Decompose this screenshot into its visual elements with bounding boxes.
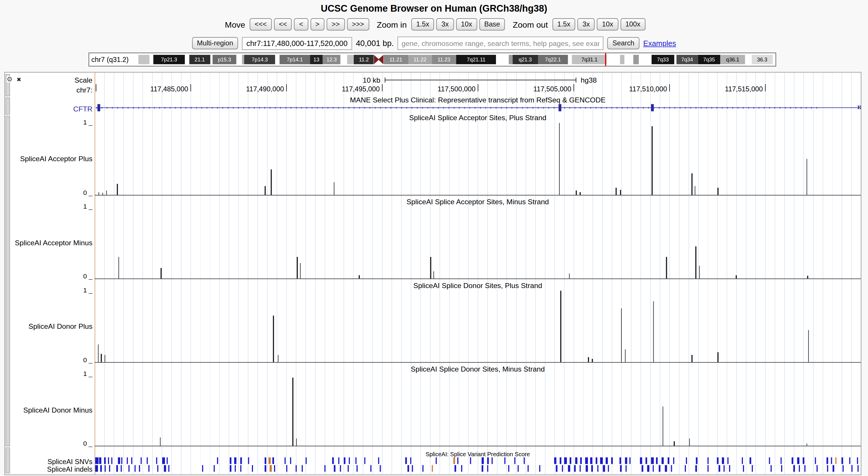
variant-tick xyxy=(344,457,345,464)
gene-exon xyxy=(97,104,100,112)
zoom-out-10x-button[interactable]: 10x xyxy=(597,18,618,31)
ideogram-band: 11.23 xyxy=(432,55,456,64)
signal-bar xyxy=(699,266,700,278)
track-handle-spliceai[interactable] xyxy=(5,116,10,446)
variant-tick xyxy=(646,457,647,464)
variant-tick xyxy=(752,465,753,472)
assembly-label: hg38 xyxy=(581,76,597,84)
variant-tick xyxy=(99,457,101,464)
zoom-out-1-5x-button[interactable]: 1.5x xyxy=(552,18,576,31)
variant-tick xyxy=(620,457,621,464)
signal-bar xyxy=(691,355,692,362)
track-side-label[interactable]: SpliceAI Acceptor Minus xyxy=(5,239,93,247)
examples-link[interactable]: Examples xyxy=(643,39,676,48)
signal-bar xyxy=(292,378,293,446)
variant-tick xyxy=(718,465,720,472)
variant-tick xyxy=(269,457,271,464)
variant-tick xyxy=(564,457,567,464)
gene-model[interactable]: ››››››››››››››››››››››››››››››››››››››››… xyxy=(96,104,860,112)
chromosome-ideogram[interactable]: chr7 (q31.2) 7p21.321.1p15.37p14.37p14.1… xyxy=(88,53,776,67)
move-left-button[interactable]: << xyxy=(274,18,292,31)
genome-browser-image[interactable]: ⚙ ✖ Scale 10 kb hg38 chr7: 117,485,00011… xyxy=(4,72,861,475)
coordinate-label: 117,505,000 xyxy=(515,85,571,93)
variant-tick xyxy=(647,465,649,472)
variant-tick xyxy=(229,457,231,464)
variant-tick xyxy=(620,465,622,472)
signal-bar xyxy=(273,316,274,362)
variant-tick xyxy=(625,457,627,464)
variant-tick xyxy=(112,457,113,464)
variant-tick xyxy=(575,457,578,464)
axis-max-label: 1 _ xyxy=(5,370,93,378)
ideogram-band xyxy=(149,55,153,64)
close-icon[interactable]: ✖ xyxy=(17,77,21,83)
move-far-left-button[interactable]: <<< xyxy=(250,18,272,31)
ideogram-band xyxy=(276,55,280,64)
ideogram-band: 11.2 xyxy=(354,55,374,64)
zoom-out-3x-button[interactable]: 3x xyxy=(578,18,595,31)
signal-bar xyxy=(105,355,105,362)
variant-tick xyxy=(656,457,658,464)
track-side-label[interactable]: SpliceAI Acceptor Plus xyxy=(5,154,93,163)
variant-tick xyxy=(492,457,493,464)
variant-tick xyxy=(109,465,110,472)
search-input[interactable] xyxy=(398,37,603,50)
ruler-tick xyxy=(574,84,574,91)
signal-bar xyxy=(271,169,272,195)
variant-tick xyxy=(157,465,158,472)
ideogram-band: 36.3 xyxy=(752,55,773,64)
ideogram-band: 7q21.11 xyxy=(456,55,496,64)
search-button[interactable]: Search xyxy=(608,37,639,50)
ideogram-bands: 7p21.321.1p15.37p14.37p14.11312.311.211.… xyxy=(135,55,773,64)
signal-bar xyxy=(359,275,360,278)
variant-tick xyxy=(240,465,242,472)
variant-tick xyxy=(122,457,123,464)
signal-bar xyxy=(807,276,808,279)
variant-tick xyxy=(461,465,462,472)
gear-icon[interactable]: ⚙ xyxy=(7,76,12,83)
region-start-line xyxy=(95,72,95,475)
track-side-label[interactable]: SpliceAI Donor Minus xyxy=(5,406,93,414)
zoom-in-1-5x-button[interactable]: 1.5x xyxy=(411,18,434,31)
zoom-in-3x-button[interactable]: 3x xyxy=(436,18,454,31)
ideogram-band: 7q31.1 xyxy=(572,55,607,64)
variant-tick xyxy=(482,465,484,472)
variant-tick xyxy=(600,457,603,464)
variant-tick xyxy=(156,457,157,464)
position-box[interactable]: chr7:117,480,000-117,520,000 xyxy=(242,37,352,50)
gene-label[interactable]: CFTR xyxy=(5,105,93,113)
move-left-small-button[interactable]: < xyxy=(294,18,308,31)
zoom-in-10x-button[interactable]: 10x xyxy=(456,18,477,31)
ideogram-band: 7q33 xyxy=(651,55,674,64)
multi-region-button[interactable]: Multi-region xyxy=(192,37,238,50)
variant-tick xyxy=(252,465,253,472)
variant-tick xyxy=(334,465,335,472)
move-far-right-button[interactable]: >>> xyxy=(347,18,369,31)
variant-tick xyxy=(742,457,743,464)
variant-track-label[interactable]: SpliceAI SNVs xyxy=(5,458,93,466)
variant-tick xyxy=(453,457,455,464)
variant-tick xyxy=(769,457,770,464)
axis-min-label: 0 _ xyxy=(5,272,93,280)
variant-track-label[interactable]: SpliceAI indels xyxy=(5,466,93,474)
zoom-in-base-button[interactable]: Base xyxy=(479,18,505,31)
zoom-out-100x-button[interactable]: 100x xyxy=(620,18,646,31)
ideogram-band: 7p21.3 xyxy=(153,55,185,64)
move-right-button[interactable]: >> xyxy=(327,18,345,31)
signal-bar xyxy=(666,257,667,278)
page-title: UCSC Genome Browser on Human (GRCh38/hg3… xyxy=(0,0,868,14)
variant-tick xyxy=(505,457,506,464)
move-right-small-button[interactable]: > xyxy=(310,18,324,31)
variant-tick xyxy=(332,457,334,464)
variant-tick xyxy=(229,465,231,472)
variant-tick xyxy=(167,457,168,464)
ideogram-band xyxy=(633,55,639,64)
ruler-tick xyxy=(669,84,670,91)
variant-tick xyxy=(107,457,109,464)
track-side-label[interactable]: SpliceAI Donor Plus xyxy=(5,322,93,331)
ideogram-band xyxy=(237,55,242,64)
signal-bar xyxy=(736,275,737,278)
variant-tick xyxy=(580,465,581,472)
variant-tick xyxy=(141,457,142,464)
track-title: SpliceAI Splice Acceptor Sites, Minus St… xyxy=(95,198,861,206)
